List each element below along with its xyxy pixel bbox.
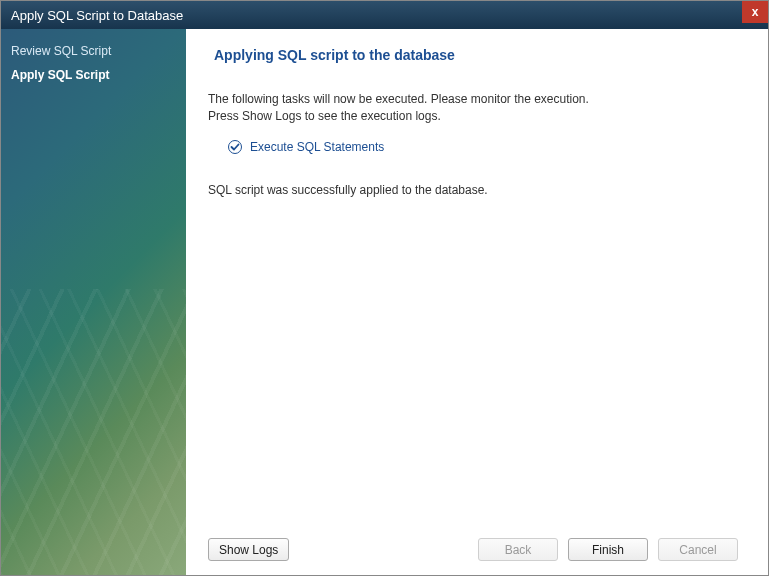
wizard-step-label: Apply SQL Script <box>11 68 109 82</box>
check-icon <box>228 140 242 154</box>
task-row: Execute SQL Statements <box>228 140 746 154</box>
dialog-body: Review SQL Script Apply SQL Script Apply… <box>1 29 768 575</box>
info-line: The following tasks will now be executed… <box>208 92 589 106</box>
titlebar: Apply SQL Script to Database x <box>1 1 768 29</box>
task-label: Execute SQL Statements <box>250 140 384 154</box>
show-logs-button[interactable]: Show Logs <box>208 538 289 561</box>
close-icon: x <box>752 5 759 19</box>
info-text: The following tasks will now be executed… <box>208 91 746 126</box>
close-button[interactable]: x <box>742 1 768 23</box>
wizard-main: Applying SQL script to the database The … <box>186 29 768 575</box>
dialog-footer: Show Logs Back Finish Cancel <box>208 528 746 575</box>
info-line: Press Show Logs to see the execution log… <box>208 109 441 123</box>
finish-button[interactable]: Finish <box>568 538 648 561</box>
dialog-window: Apply SQL Script to Database x Review SQ… <box>0 0 769 576</box>
wizard-step-label: Review SQL Script <box>11 44 111 58</box>
status-text: SQL script was successfully applied to t… <box>208 182 746 199</box>
wizard-step-review[interactable]: Review SQL Script <box>1 39 186 63</box>
wizard-sidebar: Review SQL Script Apply SQL Script <box>1 29 186 575</box>
back-button[interactable]: Back <box>478 538 558 561</box>
window-title: Apply SQL Script to Database <box>11 8 183 23</box>
cancel-button[interactable]: Cancel <box>658 538 738 561</box>
wizard-step-apply[interactable]: Apply SQL Script <box>1 63 186 87</box>
spacer <box>208 199 746 528</box>
page-heading: Applying SQL script to the database <box>214 47 746 63</box>
